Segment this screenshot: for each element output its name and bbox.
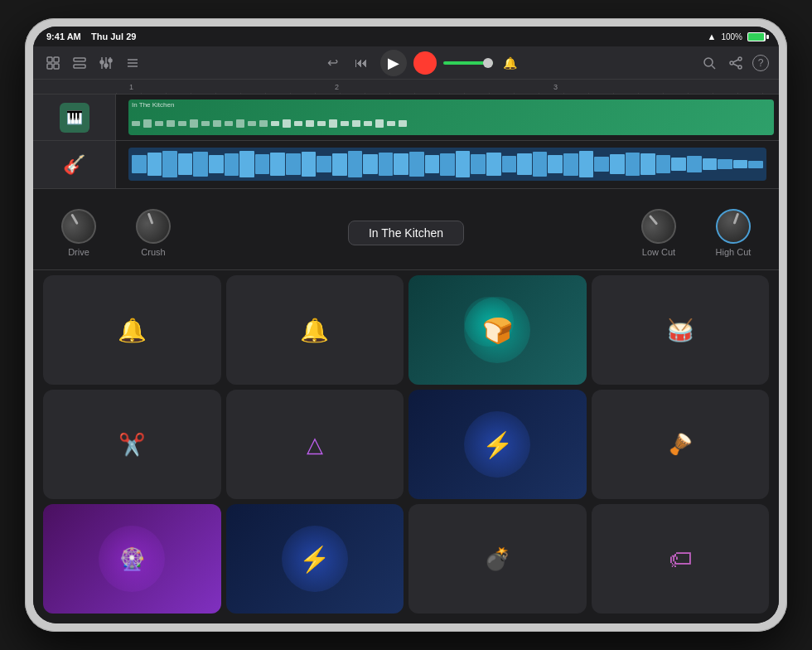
pad-6[interactable]: △: [226, 390, 404, 499]
svg-line-16: [712, 65, 715, 69]
record-button[interactable]: [413, 51, 437, 75]
drive-label: Drive: [68, 247, 89, 257]
pad-7[interactable]: ⚡: [408, 390, 587, 499]
controls-center: In The Kitchen: [199, 221, 613, 245]
pad-2[interactable]: 🔔: [226, 275, 404, 385]
tracks-icon[interactable]: [70, 53, 89, 73]
drive-knob-group: Drive: [50, 209, 108, 257]
volume-control: [443, 61, 493, 65]
track1-label: In The Kitchen: [128, 99, 774, 110]
pad-11[interactable]: 💣: [408, 504, 587, 614]
svg-line-21: [733, 64, 738, 66]
low-cut-knob[interactable]: [634, 201, 683, 250]
instrument-icon[interactable]: [123, 53, 143, 73]
timeline-area: 1 2 3 + 🎹 In The Kitchen: [33, 80, 779, 196]
track-content-2[interactable]: [116, 141, 779, 188]
low-cut-knob-group: Low Cut: [630, 209, 688, 257]
toolbar-center-group: ↩ ⏮ ▶ 🔔: [322, 50, 520, 76]
wifi-icon: ▲: [708, 32, 717, 41]
track-row-1: 🎹 In The Kitchen: [33, 95, 779, 141]
drive-knob[interactable]: [55, 202, 102, 250]
ruler-mark-3: 3: [553, 83, 558, 91]
undo-button[interactable]: ↩: [322, 53, 342, 73]
controls-section: Drive Crush In The Kitchen Low Cut High …: [33, 196, 779, 270]
track-icon-beats: 🎹: [60, 103, 89, 133]
preset-button[interactable]: In The Kitchen: [348, 221, 464, 245]
pad-3-icon: 🍞: [482, 316, 513, 345]
track-content-1[interactable]: In The Kitchen: [116, 95, 779, 140]
date-display: Thu Jul 29: [91, 32, 136, 41]
pad-1[interactable]: 🔔: [43, 275, 221, 385]
pad-grid: 🔔 🔔 🍞 🥁 ✂️ △ ⚡: [33, 270, 779, 623]
crush-label: Crush: [141, 247, 165, 257]
crush-knob-group: Crush: [124, 209, 182, 257]
search-icon[interactable]: [699, 53, 719, 73]
status-time: 9:41 AM Thu Jul 29: [46, 32, 136, 41]
pad-4-icon: 🥁: [667, 318, 694, 343]
ruler: 1 2 3: [33, 80, 779, 95]
pad-1-icon: 🔔: [118, 317, 147, 344]
svg-rect-4: [74, 58, 85, 61]
share-icon[interactable]: [726, 53, 746, 73]
mixer-icon[interactable]: [96, 53, 116, 73]
status-indicators: ▲ 100%: [708, 32, 766, 41]
high-cut-label: High Cut: [716, 247, 752, 257]
metronome-icon[interactable]: 🔔: [500, 53, 520, 73]
ruler-mark-1: 1: [129, 83, 133, 91]
pad-6-icon: △: [307, 432, 323, 458]
track-region-green: In The Kitchen: [128, 99, 774, 135]
svg-point-9: [100, 61, 104, 64]
pad-8[interactable]: 🪘: [592, 390, 770, 499]
svg-rect-2: [47, 64, 52, 69]
device-screen: 9:41 AM Thu Jul 29 ▲ 100%: [33, 27, 779, 623]
pad-2-icon: 🔔: [300, 317, 329, 344]
pad-10-icon: ⚡: [299, 545, 330, 574]
ruler-mark-2: 2: [335, 83, 339, 91]
crush-knob[interactable]: [131, 204, 176, 249]
pad-4[interactable]: 🥁: [592, 275, 770, 385]
svg-rect-5: [74, 65, 85, 68]
toolbar-right-group: ?: [699, 53, 769, 73]
track-header-1: 🎹: [33, 95, 116, 140]
svg-rect-3: [54, 64, 59, 69]
toolbar: ↩ ⏮ ▶ 🔔 ?: [33, 46, 779, 80]
time-display: 9:41 AM: [46, 32, 81, 41]
svg-point-17: [738, 57, 742, 61]
pad-3[interactable]: 🍞: [408, 275, 587, 385]
high-cut-knob-group: High Cut: [704, 209, 762, 257]
svg-point-10: [104, 64, 108, 67]
pad-7-icon: ⚡: [482, 430, 513, 459]
svg-rect-1: [54, 57, 59, 62]
svg-point-15: [704, 58, 713, 66]
track-region-blue: [128, 148, 766, 181]
svg-point-11: [109, 59, 112, 62]
rewind-button[interactable]: ⏮: [349, 51, 374, 75]
pad-10[interactable]: ⚡: [226, 504, 404, 614]
svg-rect-0: [47, 57, 52, 62]
pad-9-icon: 🎡: [118, 546, 145, 572]
track-row-2: 🎸: [33, 141, 779, 189]
pad-5[interactable]: ✂️: [43, 390, 221, 499]
track-header-2: 🎸: [33, 141, 116, 188]
pad-9[interactable]: 🎡: [43, 504, 221, 614]
play-button[interactable]: ▶: [380, 50, 407, 76]
low-cut-label: Low Cut: [642, 247, 675, 257]
high-cut-knob[interactable]: [711, 204, 756, 249]
svg-point-18: [738, 65, 742, 69]
device-frame: 9:41 AM Thu Jul 29 ▲ 100%: [25, 18, 787, 632]
browser-icon[interactable]: [43, 53, 63, 73]
pad-11-icon: 💣: [484, 546, 510, 572]
status-bar: 9:41 AM Thu Jul 29 ▲ 100%: [33, 27, 779, 46]
pad-12[interactable]: 🏷: [592, 504, 770, 614]
battery-bar: [747, 32, 766, 41]
pad-12-icon: 🏷: [669, 546, 692, 573]
battery-icon: 100%: [721, 32, 742, 41]
help-icon[interactable]: ?: [752, 55, 769, 71]
svg-point-19: [730, 61, 733, 65]
volume-slider[interactable]: [443, 61, 493, 65]
pad-5-icon: ✂️: [118, 432, 145, 458]
toolbar-left-group: [43, 53, 143, 73]
track-icon-guitar: 🎸: [60, 150, 89, 180]
svg-line-20: [733, 60, 738, 62]
pad-8-icon: 🪘: [668, 433, 693, 456]
